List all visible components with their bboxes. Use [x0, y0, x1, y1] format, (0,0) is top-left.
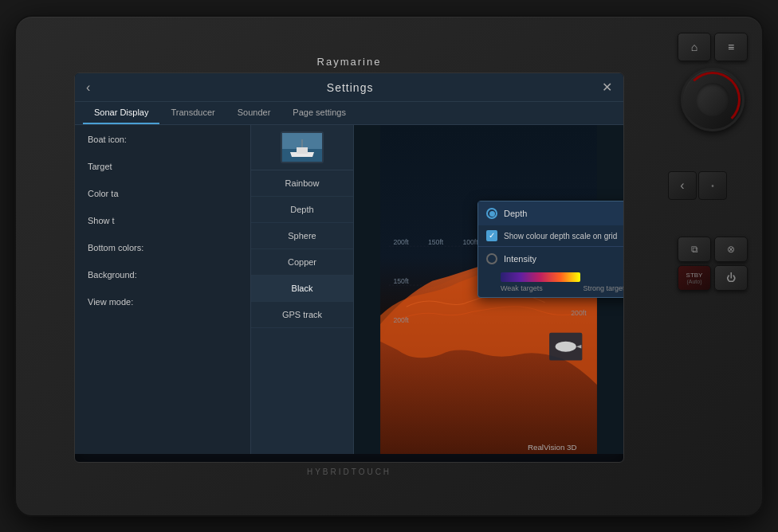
dial-ring — [685, 72, 741, 127]
tab-page-settings[interactable]: Page settings — [281, 102, 357, 124]
nav-center-button[interactable]: • — [698, 171, 727, 200]
settings-right: 200ft 150ft 100ft 50ft 50ft 100ft 150ft … — [354, 125, 623, 454]
settings-content: Boat icon: Target Color ta Show t Bottom — [75, 125, 623, 454]
tab-transducer[interactable]: Transducer — [159, 102, 226, 124]
color-option-depth[interactable]: Depth — [251, 197, 353, 223]
intensity-gradient — [501, 272, 580, 282]
settings-center: Rainbow Depth Sphere Copper Black GPS tr… — [250, 125, 354, 454]
close-button[interactable]: ✕ — [602, 80, 612, 95]
svg-text:100ft: 100ft — [462, 238, 478, 246]
home-icon: ⌂ — [691, 41, 697, 53]
nav-empty-tr — [729, 141, 757, 170]
svg-text:150ft: 150ft — [393, 277, 409, 285]
nav-cluster: ‹ • — [668, 141, 757, 230]
copy-button[interactable]: ⧉ — [678, 237, 711, 262]
color-option-sphere[interactable]: Sphere — [251, 223, 353, 249]
view-mode-row: View mode: — [88, 297, 238, 307]
tab-sounder[interactable]: Sounder — [226, 102, 282, 124]
strong-targets-label: Strong targets — [583, 284, 623, 292]
bottom-colors-row: Bottom colors: — [88, 243, 238, 252]
nav-back-icon: ‹ — [680, 178, 684, 193]
depth-radio[interactable] — [486, 208, 497, 219]
nav-back-button[interactable]: ‹ — [668, 171, 697, 200]
device-body: Raymarine ‹ Settings ✕ Sonar Display Tra… — [14, 15, 764, 517]
home-button[interactable]: ⌂ — [678, 33, 711, 61]
depth-radio-inner — [489, 211, 495, 217]
background-label: Background: — [88, 270, 137, 280]
depth-label: Depth — [504, 209, 527, 218]
boat-icon-row: Boat icon: — [88, 135, 238, 144]
intensity-labels: Weak targets Strong targets — [478, 284, 623, 297]
bottom-colors-label: Bottom colors: — [88, 243, 143, 252]
tab-sonar-display[interactable]: Sonar Display — [83, 102, 159, 124]
right-panel: ⌂ ≡ ‹ • — [673, 26, 752, 506]
nav-empty-mr — [729, 171, 757, 200]
power-indicator-icon: ⊗ — [727, 244, 735, 255]
stby-button[interactable]: STBY (Auto) — [678, 265, 711, 291]
show-row: Show t — [88, 216, 238, 225]
back-button[interactable]: ‹ — [86, 80, 90, 95]
auto-label: (Auto) — [686, 279, 701, 284]
nav-dot-icon: • — [711, 182, 714, 190]
top-buttons: ⌂ ≡ — [678, 33, 748, 61]
copy-icon: ⧉ — [691, 244, 698, 255]
color-table-label: Color ta — [88, 189, 119, 198]
intensity-radio[interactable] — [486, 253, 497, 264]
colour-depth-checkbox[interactable]: ✓ — [486, 230, 497, 241]
settings-left: Boat icon: Target Color ta Show t Bottom — [75, 125, 250, 454]
checkbox-check-mark: ✓ — [489, 232, 495, 240]
screen-area: Raymarine ‹ Settings ✕ Sonar Display Tra… — [26, 26, 673, 506]
svg-text:RealVision 3D: RealVision 3D — [528, 443, 577, 452]
weak-targets-label: Weak targets — [501, 284, 543, 292]
popup-depth-option[interactable]: Depth — [478, 201, 623, 225]
boat-svg — [282, 133, 322, 162]
power-button[interactable]: ⏻ — [714, 265, 748, 291]
color-table-row: Color ta — [88, 189, 238, 198]
depth-popup: Depth ✓ Show colour depth scale on grid — [477, 201, 623, 298]
show-colour-depth-label: Show colour depth scale on grid — [504, 232, 617, 241]
bottom-buttons: ⧉ ⊗ STBY (Auto) ⏻ — [678, 237, 748, 291]
popup-intensity-option[interactable]: Intensity — [478, 247, 623, 271]
show-label: Show t — [88, 216, 115, 225]
target-row: Target — [88, 162, 238, 171]
nav-empty-tl — [668, 141, 697, 170]
svg-text:200ft: 200ft — [393, 238, 409, 246]
nav-empty-bl — [668, 201, 697, 230]
svg-text:200ft: 200ft — [393, 316, 409, 324]
menu-icon: ≡ — [728, 41, 734, 53]
color-option-copper[interactable]: Copper — [251, 249, 353, 276]
power-indicator-button[interactable]: ⊗ — [714, 237, 748, 262]
rotary-dial[interactable] — [681, 68, 745, 131]
nav-empty-br — [729, 201, 757, 230]
dial-container — [681, 68, 745, 131]
color-option-gps-track[interactable]: GPS track — [251, 302, 353, 328]
power-icon: ⏻ — [726, 272, 736, 284]
boat-icon-box[interactable] — [281, 131, 324, 163]
settings-header: ‹ Settings ✕ — [75, 73, 623, 102]
settings-title: Settings — [98, 81, 602, 94]
svg-text:200ft: 200ft — [571, 309, 587, 317]
color-option-rainbow[interactable]: Rainbow — [251, 170, 353, 197]
boat-icon-label: Boat icon: — [88, 135, 127, 144]
menu-button[interactable]: ≡ — [714, 33, 748, 61]
brand-name: Raymarine — [317, 56, 382, 68]
svg-point-25 — [556, 342, 576, 352]
stby-label: STBY — [686, 272, 703, 279]
tabs-row: Sonar Display Transducer Sounder Page se… — [75, 102, 623, 125]
settings-body: Boat icon: Target Color ta Show t Bottom — [75, 125, 623, 454]
intensity-label: Intensity — [504, 254, 536, 264]
svg-rect-4 — [297, 147, 308, 154]
nav-empty-bc — [698, 201, 727, 230]
nav-empty-tc — [698, 141, 727, 170]
color-option-black[interactable]: Black — [251, 276, 353, 302]
boat-icon-area — [251, 125, 353, 170]
target-label: Target — [88, 162, 112, 171]
show-colour-depth-row[interactable]: ✓ Show colour depth scale on grid — [478, 225, 623, 246]
view-mode-label: View mode: — [88, 297, 133, 307]
screen: ‹ Settings ✕ Sonar Display Transducer So… — [74, 72, 624, 463]
background-row: Background: — [88, 270, 238, 280]
svg-text:150ft: 150ft — [428, 238, 444, 246]
hybridtouch-label: HYBRIDTOUCH — [307, 467, 391, 476]
